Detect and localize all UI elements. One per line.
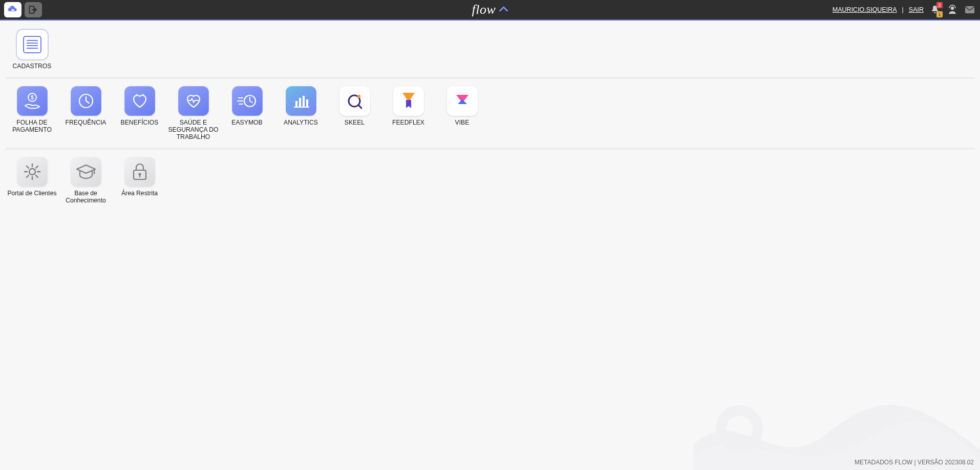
app-folha-pagamento[interactable]: $ FOLHA DE PAGAMENTO [5, 86, 59, 140]
svg-rect-2 [965, 6, 974, 13]
brand-chevron-icon [499, 6, 508, 13]
exit-arrow-icon [28, 5, 38, 14]
skeel-tile [339, 86, 370, 116]
main-content: CADASTROS $ FOLHA DE PAGAMENTO FRE [0, 21, 980, 211]
app-label: BENEFÍCIOS [121, 119, 159, 126]
warn-count-badge: 1 [936, 11, 943, 17]
svg-rect-18 [303, 96, 305, 107]
support-button[interactable] [946, 4, 958, 16]
lines-icon [23, 35, 42, 54]
divider [5, 77, 975, 79]
envelope-icon [964, 5, 975, 15]
app-easymob[interactable]: EASYMOB [220, 86, 274, 140]
heartbeat-icon [183, 92, 204, 110]
app-label: Área Restrita [121, 190, 158, 197]
app-base-conhecimento[interactable]: Base de Conhecimento [59, 157, 113, 204]
heart-icon [130, 92, 150, 110]
inbox-button[interactable] [964, 4, 976, 16]
bar-chart-icon [291, 92, 311, 110]
graduation-icon [75, 162, 97, 181]
clock-icon [76, 91, 96, 111]
app-label: CADASTROS [13, 63, 52, 70]
nav-logout-button[interactable] [25, 2, 42, 17]
svg-rect-17 [299, 98, 301, 107]
svg-point-36 [721, 411, 758, 447]
app-label: Portal de Clientes [7, 190, 56, 197]
topbar-left [4, 2, 42, 17]
app-label: Base de Conhecimento [60, 190, 112, 204]
home-cloud-icon [8, 5, 18, 14]
notif-count-badge: 2 [936, 2, 943, 8]
frequencia-tile [71, 86, 101, 116]
app-label: FEEDFLEX [392, 119, 424, 126]
app-saude-seguranca[interactable]: SAÚDE E SEGURANÇA DO TRABALHO [166, 86, 220, 140]
beneficios-tile [124, 86, 155, 116]
footer-version: METADADOS FLOW | VERSÃO 202308.02 [855, 459, 974, 466]
background-waves [693, 373, 980, 470]
portal-clientes-tile [17, 157, 48, 187]
brand: flow [472, 2, 508, 17]
home-button[interactable] [4, 2, 22, 17]
app-label: FREQUÊNCIA [66, 119, 106, 126]
section-modules: $ FOLHA DE PAGAMENTO FREQUÊNCIA [5, 86, 975, 148]
fast-clock-icon [237, 91, 258, 111]
hand-coin-icon: $ [22, 91, 42, 111]
section-tools: Portal de Clientes Base de Conhecimento [5, 157, 975, 211]
app-label: FOLHA DE PAGAMENTO [7, 119, 58, 133]
cadastros-tile [17, 30, 48, 59]
feedflex-tile [393, 86, 424, 116]
vibe-icon [452, 91, 473, 111]
area-restrita-tile [124, 157, 155, 187]
skeel-icon [345, 91, 365, 111]
app-beneficios[interactable]: BENEFÍCIOS [113, 86, 166, 140]
app-label: SKEEL [345, 119, 365, 126]
svg-line-31 [27, 175, 29, 177]
svg-line-22 [358, 105, 361, 108]
svg-text:$: $ [31, 95, 34, 100]
svg-rect-16 [295, 101, 297, 107]
brand-name: flow [472, 2, 496, 17]
analytics-tile [286, 86, 316, 116]
easymob-tile [232, 86, 263, 116]
app-analytics[interactable]: ANALYTICS [274, 86, 328, 140]
svg-point-1 [951, 7, 954, 10]
logout-link[interactable]: SAIR [909, 6, 924, 13]
app-label: VIBE [455, 119, 470, 126]
svg-line-28 [27, 166, 29, 168]
svg-point-21 [357, 95, 360, 98]
app-feedflex[interactable]: FEEDFLEX [381, 86, 435, 140]
app-skeel[interactable]: SKEEL [328, 86, 381, 140]
app-label: EASYMOB [231, 119, 262, 126]
folha-pagamento-tile: $ [17, 86, 48, 116]
vibe-tile [447, 86, 478, 116]
svg-rect-3 [24, 36, 41, 53]
app-portal-clientes[interactable]: Portal de Clientes [5, 157, 59, 204]
topbar: flow MAURICIO.SIQUEIRA | SAIR 2 1 [0, 0, 980, 21]
notifications-button[interactable]: 2 1 [929, 4, 941, 16]
feedflex-icon [399, 91, 418, 111]
app-label: ANALYTICS [284, 119, 318, 126]
topbar-right: MAURICIO.SIQUEIRA | SAIR 2 1 [833, 4, 976, 16]
app-vibe[interactable]: VIBE [435, 86, 489, 140]
svg-line-30 [36, 166, 38, 168]
gear-icon [23, 162, 42, 181]
app-area-restrita[interactable]: Área Restrita [113, 157, 166, 204]
svg-point-34 [138, 173, 141, 176]
svg-rect-19 [306, 99, 308, 107]
app-label: SAÚDE E SEGURANÇA DO TRABALHO [168, 119, 219, 140]
section-cadastros: CADASTROS [5, 30, 975, 77]
base-conhecimento-tile [71, 157, 101, 187]
divider [5, 148, 975, 150]
svg-point-23 [29, 169, 35, 175]
svg-line-29 [36, 175, 38, 177]
app-cadastros[interactable]: CADASTROS [5, 30, 59, 70]
user-name-link[interactable]: MAURICIO.SIQUEIRA [833, 6, 897, 13]
separator: | [902, 6, 904, 13]
headset-user-icon [947, 4, 958, 15]
lock-icon [131, 162, 148, 181]
app-frequencia[interactable]: FREQUÊNCIA [59, 86, 113, 140]
saude-tile [178, 86, 209, 116]
